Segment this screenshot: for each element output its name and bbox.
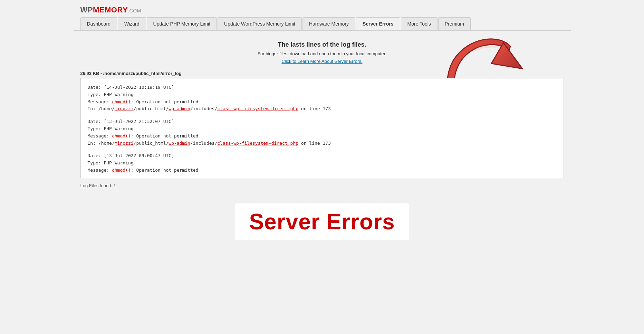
log-message-link-3: chmod() (112, 168, 131, 173)
log-path-link-1a: minozzi (115, 106, 134, 111)
server-errors-banner: Server Errors (80, 203, 564, 240)
main-content: The lasts lines of the log files. For bi… (74, 31, 571, 254)
learn-more-link[interactable]: Click to Learn More About Server Errors. (281, 59, 362, 64)
log-path-link-2c: class-wp-filesystem-direct.php (217, 141, 298, 146)
log-message-link-1: chmod() (112, 99, 131, 104)
log-entry-1: Date: [14-Jul-2022 10:19:19 UTC] Type: P… (88, 84, 557, 113)
section-title: The lasts lines of the log files. (80, 41, 564, 48)
tab-hardware-memory[interactable]: Hardware Memory (302, 17, 355, 30)
log-entry-2: Date: [13-Jul-2022 21:32:07 UTC] Type: P… (88, 118, 557, 147)
log-type-2: Type: PHP Warning (88, 125, 557, 133)
logo-memory: MEMORY (93, 6, 128, 14)
log-path-link-1c: class-wp-filesystem-direct.php (217, 106, 298, 111)
log-path-link-2a: minozzi (115, 141, 134, 146)
log-date-3: Date: [13-Jul-2022 09:00:47 UTC] (88, 152, 557, 160)
logo-com: .COM (128, 8, 141, 13)
server-errors-label: Server Errors (235, 203, 408, 240)
log-path-link-2b: wp-admin (169, 141, 190, 146)
log-path-link-1b: wp-admin (169, 106, 190, 111)
page-wrapper: WPMEMORY.COM Dashboard Wizard Update PHP… (74, 0, 571, 334)
tab-update-php[interactable]: Update PHP Memory Limit (147, 17, 217, 30)
site-logo: WPMEMORY.COM (80, 6, 141, 14)
log-message-3: Message: chmod(): Operation not permitte… (88, 167, 557, 174)
tab-server-errors[interactable]: Server Errors (356, 17, 400, 30)
nav-tabs: Dashboard Wizard Update PHP Memory Limit… (74, 17, 571, 31)
log-in-1: In: /home/minozzi/public_html/wp-admin/i… (88, 105, 557, 113)
log-type-3: Type: PHP Warning (88, 160, 557, 167)
file-info: 26.93 KB - /home/minozzi/public_html/err… (80, 71, 564, 76)
log-box[interactable]: Date: [14-Jul-2022 10:19:19 UTC] Type: P… (80, 78, 564, 178)
log-entry-3: Date: [13-Jul-2022 09:00:47 UTC] Type: P… (88, 152, 557, 174)
log-message-link-2: chmod() (112, 133, 131, 139)
log-date-1: Date: [14-Jul-2022 10:19:19 UTC] (88, 84, 557, 91)
log-type-1: Type: PHP Warning (88, 91, 557, 98)
log-files-found: Log Files found: 1 (80, 182, 564, 190)
section-subtitle: For bigger files, download and open them… (80, 51, 564, 56)
log-message-2: Message: chmod(): Operation not permitte… (88, 133, 557, 140)
section-header: The lasts lines of the log files. For bi… (80, 41, 564, 64)
tab-update-wp[interactable]: Update WordPress Memory Limit (218, 17, 302, 30)
logo-bar: WPMEMORY.COM (74, 0, 571, 17)
tab-dashboard[interactable]: Dashboard (80, 17, 117, 30)
logo-wp: WP (80, 6, 93, 14)
log-in-2: In: /home/minozzi/public_html/wp-admin/i… (88, 140, 557, 147)
tab-premium[interactable]: Premium (438, 17, 471, 30)
tab-wizard[interactable]: Wizard (118, 17, 146, 30)
log-date-2: Date: [13-Jul-2022 21:32:07 UTC] (88, 118, 557, 125)
log-message-1: Message: chmod(): Operation not permitte… (88, 98, 557, 106)
tab-more-tools[interactable]: More Tools (401, 17, 438, 30)
